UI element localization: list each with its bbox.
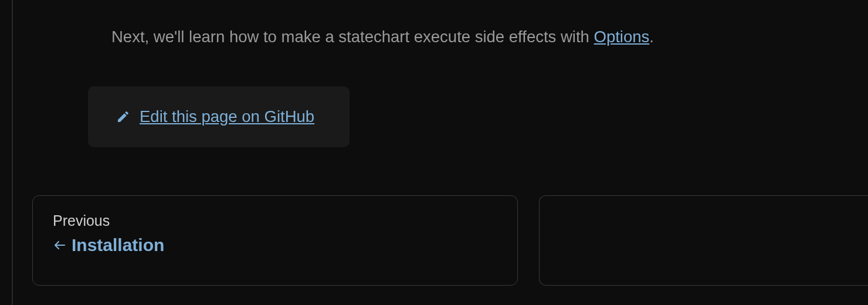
pencil-icon [116,110,130,124]
intro-text-before: Next, we'll learn how to make a statecha… [111,28,594,46]
intro-paragraph: Next, we'll learn how to make a statecha… [111,25,868,49]
vertical-rule [12,0,13,305]
arrow-left-icon [53,238,67,252]
intro-text-after: . [649,28,654,46]
pagination-nav: Previous Installation [32,195,868,286]
options-link[interactable]: Options [594,28,650,46]
edit-github-link[interactable]: Edit this page on GitHub [140,107,314,126]
previous-label: Previous [53,212,497,229]
previous-page-card[interactable]: Previous Installation [32,195,518,286]
content-area: Next, we'll learn how to make a statecha… [111,25,868,49]
edit-page-callout: Edit this page on GitHub [88,86,350,147]
previous-title-row: Installation [53,235,497,255]
next-page-card[interactable] [539,195,868,286]
previous-title: Installation [72,235,164,255]
